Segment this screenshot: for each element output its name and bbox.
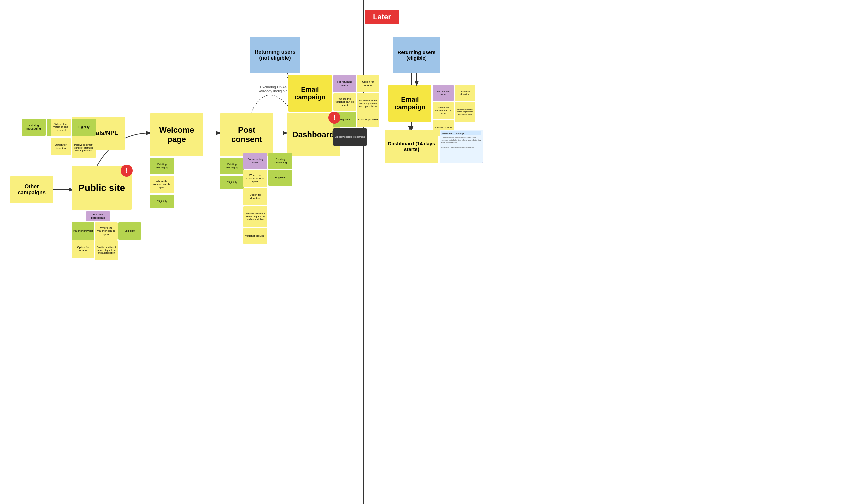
existing-messaging-dashboard: Existing messaging bbox=[268, 153, 292, 169]
positive-sentiment-public: Positive sentiment sense of gratitude an… bbox=[95, 240, 118, 260]
eligibility-digitrials: Eligibility bbox=[72, 119, 95, 136]
welcome-page-node: Welcome page bbox=[150, 113, 203, 157]
excluding-dnas-label: Excluding DNAs /already ineligible bbox=[253, 85, 293, 93]
option-donation-dashboard: Option for donation bbox=[243, 188, 267, 205]
dashboard-14days-node: Dashboard (14 days starts) bbox=[385, 130, 438, 163]
positive-sentiment-dashboard: Positive sentiment sense of gratitude an… bbox=[243, 206, 267, 227]
voucher-provider-public: Voucher provider bbox=[72, 222, 94, 240]
where-voucher-public: Where the voucher can be spent bbox=[95, 222, 118, 240]
arrows-layer bbox=[0, 0, 853, 504]
for-returning-users-email-right: For returning users bbox=[433, 85, 454, 101]
eligibility-specific-segments: Eligibility specific to segments bbox=[333, 128, 367, 146]
returning-users-eligible-node: Returning users (eligible) bbox=[393, 37, 440, 73]
arrows-right bbox=[0, 0, 853, 504]
eligibility-welcome: Eligibility bbox=[150, 195, 174, 208]
option-donation-email: Option for donation bbox=[356, 75, 379, 92]
option-donation-public: Option for donation bbox=[72, 240, 94, 258]
email-campaign-main-node: Email campaign bbox=[288, 75, 332, 111]
for-returning-users-dashboard: For returning users bbox=[243, 153, 267, 169]
positive-sentiment-email: Positive sentiment sense of gratitude an… bbox=[356, 93, 379, 114]
voucher-provider-email: Voucher provider bbox=[356, 111, 379, 127]
where-voucher-email-right: Where the voucher can be spent bbox=[433, 102, 454, 119]
voucher-provider-dashboard: Voucher provider bbox=[243, 228, 267, 244]
existing-messaging-welcome: Existing messaging bbox=[150, 158, 174, 174]
eligibility-public: Eligibility bbox=[118, 222, 141, 240]
where-voucher-email: Where the voucher can be spent bbox=[333, 93, 356, 110]
later-label: Later bbox=[373, 13, 391, 21]
post-consent-node: Post consent bbox=[220, 113, 273, 157]
later-flag: Later bbox=[365, 10, 399, 24]
canvas: Later Other campaigns Digitrials/NPL Exi… bbox=[0, 0, 853, 504]
email-campaign-later-node: Email campaign bbox=[388, 85, 432, 122]
where-voucher-welcome: Where the voucher can be spent bbox=[150, 176, 174, 193]
existing-messaging-digitrials: Existing messaging bbox=[22, 119, 46, 136]
eligibility-postconsent: Eligibility bbox=[220, 176, 244, 189]
dashboard-alert: ! bbox=[328, 111, 340, 124]
existing-messaging-postconsent: Existing messaging bbox=[220, 158, 244, 174]
for-returning-users-email: For returning users bbox=[333, 75, 356, 92]
eligibility-dashboard: Eligibility bbox=[268, 170, 292, 186]
returning-users-not-eligible-node: Returning users (not eligible) bbox=[250, 37, 300, 73]
option-donation-digitrials: Option for donation bbox=[51, 138, 71, 156]
other-campaigns-node: Other campaigns bbox=[10, 176, 53, 203]
positive-sentiment-email-right: Positive sentiment sense of gratitude an… bbox=[455, 102, 475, 122]
where-voucher-digitrials: Where the voucher can be spent bbox=[51, 119, 71, 136]
for-new-participants: For new participants bbox=[86, 211, 110, 221]
where-voucher-dashboard: Where the voucher can be spent bbox=[243, 170, 267, 187]
dashboard-screenshot: Dashboard mockup The list shows enrolled… bbox=[440, 130, 483, 163]
public-site-alert: ! bbox=[121, 165, 133, 177]
positive-sentiment-digitrials: Positive sentiment sense of gratitude an… bbox=[72, 138, 95, 158]
option-donation-email-right: Option for donation bbox=[455, 85, 475, 101]
